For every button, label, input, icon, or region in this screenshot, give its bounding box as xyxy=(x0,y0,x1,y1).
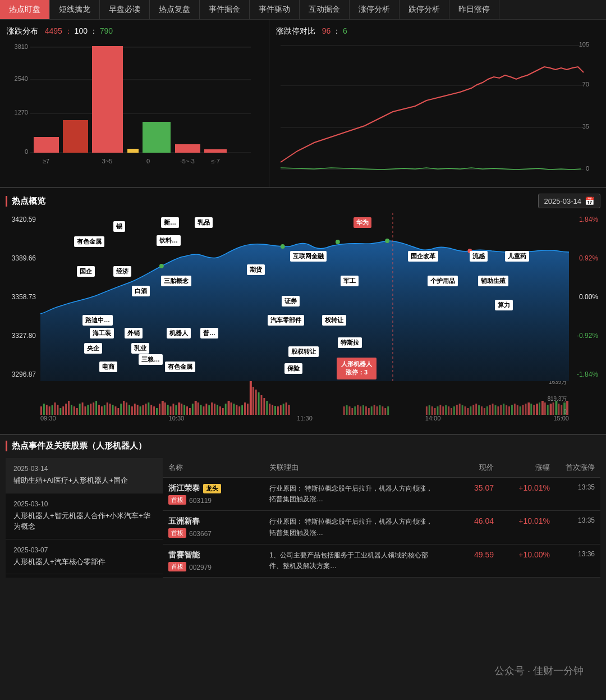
nav-item-yesterday-limit[interactable]: 昨日涨停 xyxy=(449,0,499,19)
label-internet-finance: 互联网金融 xyxy=(290,251,327,262)
event-date-1: 2025-03-10 xyxy=(13,500,155,508)
stock-name-1: 五洲新春 xyxy=(168,516,269,527)
event-desc-2: 人形机器人+汽车核心零部件 xyxy=(13,556,155,568)
stocks-table: 名称 关联理由 现价 涨幅 首次涨停 浙江荣泰 龙头 首板 603119 xyxy=(163,458,600,578)
svg-rect-69 xyxy=(250,381,252,415)
nav-item-shortline[interactable]: 短线擒龙 xyxy=(50,0,100,19)
label-auto-parts: 汽车零部件 xyxy=(268,315,304,326)
volume-area: 1639万 819.3万 0 xyxy=(40,381,569,415)
svg-rect-114 xyxy=(261,395,263,415)
event-item-0[interactable]: 2025-03-14 辅助生殖+AI医疗+人形机器人+国企 xyxy=(6,458,163,493)
nav-item-limit-down[interactable]: 跌停分析 xyxy=(400,0,449,19)
svg-rect-136 xyxy=(374,405,375,415)
svg-rect-70 xyxy=(252,387,254,415)
svg-text:105: 105 xyxy=(579,41,589,48)
svg-rect-79 xyxy=(159,404,160,415)
nav-item-event-driven[interactable]: 事件驱动 xyxy=(250,0,300,19)
svg-rect-162 xyxy=(481,406,483,415)
svg-rect-80 xyxy=(162,401,164,415)
svg-rect-83 xyxy=(170,406,172,415)
svg-rect-85 xyxy=(175,405,177,415)
nav-item-interactive[interactable]: 互动掘金 xyxy=(300,0,350,19)
date-badge[interactable]: 2025-03-14 📅 xyxy=(538,194,601,208)
svg-rect-67 xyxy=(131,406,133,415)
nav-item-replay[interactable]: 热点复盘 xyxy=(150,0,200,19)
svg-text:1270: 1270 xyxy=(15,109,28,116)
stock-row-0[interactable]: 浙江荣泰 龙头 首板 603119 行业原因： 特斯拉概念股午后拉升，机器人方向… xyxy=(163,478,600,511)
svg-rect-182 xyxy=(536,404,538,415)
svg-rect-93 xyxy=(198,402,199,415)
event-item-1[interactable]: 2025-03-10 人形机器人+智元机器人合作+小米汽车+华为概念 xyxy=(6,493,163,539)
pct-labels: 1.84% 0.92% 0.00% -0.92% -1.84% xyxy=(570,213,600,381)
svg-rect-87 xyxy=(181,404,182,415)
svg-rect-132 xyxy=(362,405,364,415)
time-labels: 09:30 10:30 11:30 14:00 15:00 xyxy=(40,415,569,422)
hotspot-title: 热点概览 xyxy=(6,196,45,207)
label-state-enterprise: 国企 xyxy=(77,266,95,277)
svg-rect-165 xyxy=(489,405,491,415)
svg-rect-145 xyxy=(434,408,436,415)
svg-rect-48 xyxy=(79,404,81,415)
svg-rect-95 xyxy=(203,406,204,415)
svg-rect-45 xyxy=(71,405,72,415)
svg-rect-137 xyxy=(377,406,378,415)
volume-svg: 1639万 819.3万 0 xyxy=(40,381,569,415)
badge-first-0: 首板 xyxy=(168,495,186,505)
stock-row-1[interactable]: 五洲新春 首板 603667 行业原因： 特斯拉概念股午后拉升，机器人方向领涨，… xyxy=(163,511,600,544)
svg-rect-153 xyxy=(456,405,458,415)
label-new: 新… xyxy=(161,217,179,228)
svg-rect-188 xyxy=(553,402,554,415)
svg-rect-49 xyxy=(82,402,84,415)
svg-rect-155 xyxy=(462,405,463,415)
stock-name-col-0: 浙江荣泰 龙头 首板 603119 xyxy=(168,483,269,505)
svg-rect-185 xyxy=(544,402,546,415)
event-date-0: 2025-03-14 xyxy=(13,465,155,473)
svg-rect-173 xyxy=(511,405,513,415)
svg-rect-181 xyxy=(533,405,535,415)
svg-rect-120 xyxy=(277,406,279,415)
svg-rect-151 xyxy=(451,408,452,415)
compare-chart-svg: 105 70 35 0 xyxy=(276,39,599,185)
svg-rect-77 xyxy=(153,406,155,415)
label-sanliang: 三粮… xyxy=(139,354,163,365)
label-baijiu: 白酒 xyxy=(132,286,150,296)
label-huawei: 华为 xyxy=(354,217,371,228)
svg-text:≤-7: ≤-7 xyxy=(211,158,220,164)
svg-rect-10 xyxy=(92,46,123,153)
svg-rect-41 xyxy=(59,408,61,415)
svg-rect-142 xyxy=(426,406,428,415)
stock-row-2[interactable]: 雷赛智能 首板 002979 1、公司主要产品包括服务于工业机器人领域的核心部件… xyxy=(163,545,600,578)
top-navigation: 热点盯盘 短线擒龙 早盘必读 热点复盘 事件掘金 事件驱动 互动掘金 涨停分析 … xyxy=(0,0,606,20)
svg-rect-11 xyxy=(127,149,139,153)
svg-rect-174 xyxy=(514,404,516,415)
nav-item-hotspot[interactable]: 热点盯盘 xyxy=(0,0,50,19)
label-beverage: 饮料… xyxy=(157,235,181,246)
stock-reason-1: 行业原因： 特斯拉概念股午后拉升，机器人方向领涨，拓普集团触及涨… xyxy=(269,516,443,538)
nav-item-event-mining[interactable]: 事件掘金 xyxy=(200,0,250,19)
svg-rect-97 xyxy=(208,405,210,415)
stock-price-2: 49.59 xyxy=(443,550,494,559)
svg-rect-156 xyxy=(465,406,466,415)
nav-item-limit-up[interactable]: 涨停分析 xyxy=(350,0,400,19)
stock-change-0: +10.01% xyxy=(494,483,550,492)
charts-row: 涨跌分布 4495 ： 100 ： 790 3810 2540 1270 0 xyxy=(0,20,606,188)
svg-text:2540: 2540 xyxy=(15,75,28,82)
svg-rect-150 xyxy=(448,406,449,415)
svg-rect-161 xyxy=(478,405,480,415)
svg-rect-71 xyxy=(137,405,139,415)
hotspot-section: 热点概览 2025-03-14 📅 3420.59 3389.66 3358.7… xyxy=(0,188,606,435)
svg-rect-42 xyxy=(62,406,64,415)
event-item-2[interactable]: 2025-03-07 人形机器人+汽车核心零部件 xyxy=(6,539,163,575)
svg-rect-187 xyxy=(550,404,552,415)
svg-rect-8 xyxy=(34,137,59,153)
compare-chart: 涨跌停对比 96 ： 6 105 70 35 0 xyxy=(269,20,606,187)
event-desc-1: 人形机器人+智元机器人合作+小米汽车+华为概念 xyxy=(13,510,155,532)
label-assisted-repro: 辅助生殖 xyxy=(478,276,508,286)
svg-rect-13 xyxy=(175,144,200,153)
svg-rect-102 xyxy=(222,408,224,415)
svg-rect-167 xyxy=(495,405,497,415)
svg-rect-88 xyxy=(183,405,185,415)
svg-rect-103 xyxy=(225,404,227,415)
label-tin: 锡 xyxy=(113,221,125,232)
nav-item-morning[interactable]: 早盘必读 xyxy=(100,0,150,19)
